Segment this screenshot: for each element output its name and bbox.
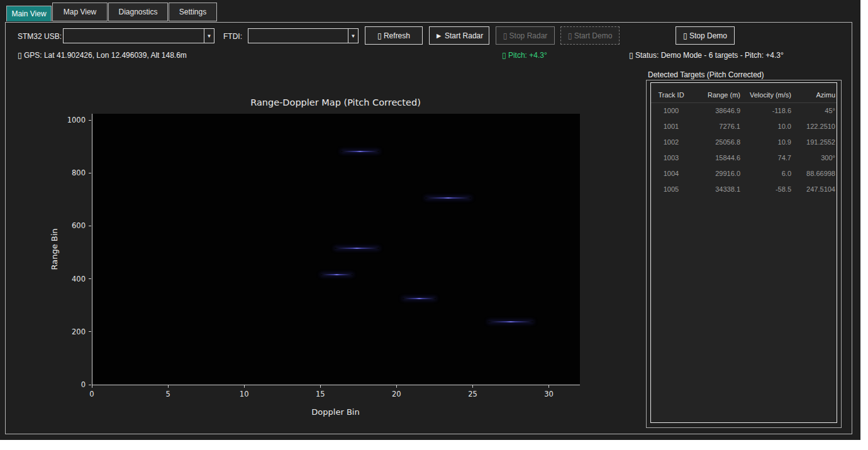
cell-track-id: 1002	[651, 134, 691, 150]
table-row[interactable]: 100038646.9-118.645°	[651, 103, 837, 119]
cell-range: 29916.0	[691, 166, 745, 182]
pitch-label: ▯ Pitch: +4.3°	[502, 51, 547, 60]
targets-table: Track ID Range (m) Velocity (m/s) Azimu …	[650, 82, 837, 423]
x-tick-label: 20	[384, 390, 409, 398]
cell-velocity: 6.0	[745, 166, 797, 182]
targets-table-header[interactable]: Track ID Range (m) Velocity (m/s) Azimu	[651, 83, 837, 103]
cell-azimuth: 88.66998	[797, 166, 837, 182]
chevron-down-icon: ▼	[348, 29, 358, 43]
screen: Main View Map View Diagnostics Settings …	[0, 0, 868, 450]
table-row[interactable]: 100429916.06.088.66998	[651, 166, 837, 182]
cell-range: 34338.1	[691, 182, 745, 197]
cell-range: 25056.8	[691, 134, 745, 150]
tab-diagnostics[interactable]: Diagnostics	[108, 3, 168, 21]
start-radar-button[interactable]: ► Start Radar	[429, 26, 489, 45]
cell-velocity: 74.7	[745, 150, 797, 166]
targets-panel-title: Detected Targets (Pitch Corrected)	[648, 70, 764, 79]
stm32-usb-label: STM32 USB:	[18, 32, 62, 41]
tab-map-view[interactable]: Map View	[52, 3, 108, 21]
cell-track-id: 1000	[651, 103, 691, 119]
table-row[interactable]: 100534338.1-58.5247.5104	[651, 182, 837, 197]
y-tick-label: 400	[57, 275, 86, 283]
refresh-button[interactable]: ▯ Refresh	[365, 26, 423, 45]
target-streak	[321, 274, 353, 275]
column-header-velocity[interactable]: Velocity (m/s)	[745, 91, 797, 102]
ftdi-combobox[interactable]: ▼	[248, 28, 359, 43]
status-label: ▯ Status: Demo Mode - 6 targets - Pitch:…	[629, 51, 784, 60]
stop-demo-button[interactable]: ▯ Stop Demo	[676, 26, 735, 45]
x-tick-label: 5	[155, 390, 181, 398]
cell-range: 38646.9	[691, 103, 745, 119]
column-header-azimuth[interactable]: Azimu	[797, 91, 837, 102]
start-demo-button: ▯ Start Demo	[560, 26, 620, 45]
target-streak	[488, 321, 534, 322]
stop-radar-button: ▯ Stop Radar	[496, 26, 555, 45]
y-axis-label: Range Bin	[50, 187, 59, 312]
stm32-usb-combobox[interactable]: ▼	[63, 28, 214, 43]
cell-range: 15844.6	[691, 150, 745, 166]
target-streak	[341, 151, 379, 152]
x-tick-label: 30	[537, 390, 562, 398]
y-tick-label: 1000	[57, 116, 86, 124]
targets-table-body: 100038646.9-118.645°10017276.110.0122.25…	[651, 103, 837, 197]
cell-azimuth: 300°	[797, 150, 837, 166]
column-header-range[interactable]: Range (m)	[691, 91, 745, 102]
cell-track-id: 1005	[651, 182, 691, 197]
cell-azimuth: 247.5104	[797, 182, 837, 197]
table-row[interactable]: 10017276.110.0122.2510	[651, 119, 837, 134]
cell-track-id: 1001	[651, 119, 691, 134]
cell-azimuth: 45°	[797, 103, 837, 119]
tab-settings[interactable]: Settings	[169, 3, 217, 21]
cell-velocity: 10.0	[745, 119, 797, 134]
y-tick-label: 200	[57, 327, 86, 336]
cell-track-id: 1004	[651, 166, 691, 182]
table-row[interactable]: 100315844.674.7300°	[651, 150, 837, 166]
target-streak	[403, 298, 436, 299]
range-doppler-plot	[92, 114, 580, 385]
y-tick-label: 0	[57, 380, 86, 389]
x-tick-label: 10	[231, 390, 257, 398]
x-axis-label: Doppler Bin	[92, 407, 579, 417]
y-tick-label: 600	[57, 221, 86, 230]
chevron-down-icon: ▼	[204, 29, 214, 43]
cell-velocity: -118.6	[745, 103, 797, 119]
cell-range: 7276.1	[691, 119, 745, 134]
x-tick-label: 25	[460, 390, 485, 398]
cell-azimuth: 191.2552	[797, 134, 837, 150]
x-tick-label: 0	[79, 390, 104, 398]
cell-azimuth: 122.2510	[797, 119, 837, 134]
cell-velocity: -58.5	[745, 182, 797, 197]
app-window: Main View Map View Diagnostics Settings …	[0, 0, 860, 440]
target-streak	[335, 248, 379, 249]
gps-status-label: ▯ GPS: Lat 41.902426, Lon 12.496039, Alt…	[18, 51, 187, 60]
tab-main-view[interactable]: Main View	[6, 6, 52, 21]
ftdi-label: FTDI:	[223, 32, 242, 41]
cell-track-id: 1003	[651, 150, 691, 166]
y-tick-label: 800	[57, 168, 86, 177]
column-header-track-id[interactable]: Track ID	[651, 91, 691, 102]
cell-velocity: 10.9	[745, 134, 797, 150]
x-tick-label: 15	[308, 390, 333, 398]
target-streak	[425, 197, 471, 199]
chart-title: Range-Doppler Map (Pitch Corrected)	[92, 97, 579, 107]
table-row[interactable]: 100225056.810.9191.2552	[651, 134, 837, 150]
